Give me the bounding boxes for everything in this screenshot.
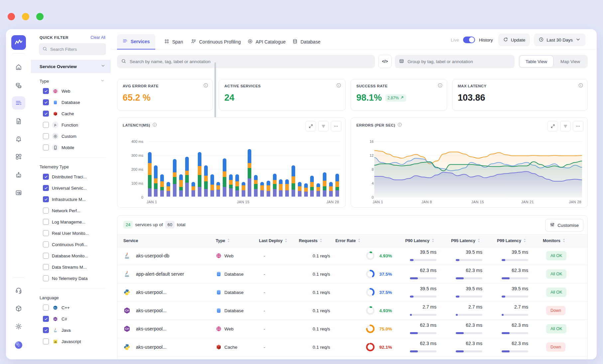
checkbox[interactable] — [43, 196, 49, 202]
packages-box-icon[interactable] — [12, 302, 25, 315]
service-name[interactable]: aks-userpool-db — [136, 253, 216, 258]
latency-bar[interactable] — [310, 176, 314, 197]
filter-option-log-manageme-[interactable]: Log Manageme... — [43, 218, 107, 226]
table-row[interactable]: aks-userpool...Database-0.1 req/s37.5%39… — [117, 283, 587, 302]
latency-bar[interactable] — [216, 182, 220, 197]
latency-bar[interactable] — [329, 182, 333, 197]
tab-api-catalogue[interactable]: API Catalogue — [242, 34, 291, 49]
latency-bar[interactable] — [160, 174, 164, 197]
chevron-up-icon[interactable] — [100, 78, 105, 84]
user-avatar[interactable] — [12, 338, 25, 352]
query-builder-button[interactable]: </> — [378, 55, 392, 68]
filter-option-custom[interactable]: Custom — [43, 132, 107, 140]
traffic-light-minimize[interactable] — [22, 13, 29, 20]
settings-gear-icon[interactable] — [12, 320, 25, 333]
latency-bar[interactable] — [254, 175, 258, 197]
checkbox[interactable] — [43, 305, 49, 311]
tab-database[interactable]: Database — [287, 34, 326, 49]
checkbox[interactable] — [43, 144, 49, 150]
customise-button[interactable]: Customise — [545, 219, 583, 231]
latency-bar[interactable] — [229, 174, 233, 197]
service-name[interactable]: aks-userpool... — [136, 308, 216, 313]
tab-services[interactable]: Services — [117, 34, 155, 49]
home-icon[interactable] — [12, 60, 25, 74]
filter-option-javascript[interactable]: JSJavascript — [43, 337, 107, 345]
more-options-icon[interactable] — [331, 121, 341, 132]
column-header-type[interactable]: Type — [216, 238, 259, 243]
filter-option-c-[interactable]: C+C++ — [43, 304, 107, 312]
checkbox[interactable] — [43, 230, 49, 236]
checkbox[interactable] — [43, 275, 49, 281]
service-name[interactable]: aks-userpool... — [136, 344, 216, 350]
latency-bar[interactable] — [248, 149, 251, 197]
column-header-monitors[interactable]: Monitors — [543, 238, 587, 243]
checkbox[interactable] — [43, 133, 49, 139]
filter-option-c-[interactable]: C#C# — [43, 315, 107, 323]
filter-option-universal-servic-[interactable]: Universal Servic... — [43, 184, 107, 192]
time-range-button[interactable]: Last 30 Days — [534, 34, 585, 46]
sort-icon[interactable] — [358, 238, 361, 243]
filter-option-network-perf-[interactable]: Network Perf... — [43, 207, 107, 215]
map-view-button[interactable]: Map View — [553, 55, 587, 67]
latency-bar[interactable] — [198, 152, 201, 197]
column-header-error-rate[interactable]: Error Rate — [335, 238, 405, 243]
checkbox[interactable] — [43, 88, 49, 94]
latency-bar[interactable] — [279, 179, 283, 197]
latency-bar[interactable] — [204, 165, 208, 197]
latency-bar[interactable] — [292, 165, 295, 197]
tab-continuous-profiling[interactable]: Continuous Profiling — [185, 34, 246, 49]
latency-bar[interactable] — [179, 174, 183, 197]
latency-bar[interactable] — [304, 183, 308, 197]
filter-option-continuous-profi-[interactable]: Continuous Profi... — [43, 240, 107, 248]
assistant-robot-icon[interactable] — [12, 168, 25, 182]
filter-option-cache[interactable]: Cache — [43, 110, 107, 118]
checkbox[interactable] — [43, 185, 49, 191]
checkbox[interactable] — [43, 111, 49, 117]
filter-option-database-monito-[interactable]: Database Monito... — [43, 252, 107, 260]
latency-bar[interactable] — [235, 174, 239, 197]
sort-icon[interactable] — [523, 238, 526, 243]
table-row[interactable]: aks-userpool-dbWeb-0.1 req/s4.93%39.5 ms… — [117, 247, 587, 265]
column-header-p95-latency[interactable]: P95 Latency — [451, 238, 497, 243]
traffic-light-zoom[interactable] — [36, 13, 44, 20]
filter-option-no-telemetry-data[interactable]: No Telemetry Data — [43, 274, 107, 282]
filter-option-distributed-traci-[interactable]: Distributed Traci... — [43, 173, 107, 181]
service-name[interactable]: aks-userpool... — [136, 326, 216, 331]
sort-icon[interactable] — [227, 238, 230, 243]
latency-bar[interactable] — [191, 182, 195, 197]
filter-option-web[interactable]: Web — [43, 87, 107, 95]
sort-icon[interactable] — [562, 238, 565, 243]
traffic-light-close[interactable] — [8, 13, 15, 20]
table-view-button[interactable]: Table View — [519, 55, 553, 67]
checkbox[interactable] — [43, 253, 49, 259]
filter-search-input[interactable]: Search Filters — [39, 43, 106, 55]
latency-bar[interactable] — [298, 182, 302, 197]
latency-bar[interactable] — [316, 183, 320, 197]
checkbox[interactable] — [43, 99, 49, 105]
column-header-requests[interactable]: Requests — [299, 238, 335, 243]
checkbox[interactable] — [43, 208, 49, 214]
update-button[interactable]: Update — [498, 34, 530, 46]
clear-all-link[interactable]: Clear All — [90, 35, 105, 40]
group-by-input[interactable]: Group by tag, label or annotation — [395, 55, 515, 68]
user-voice-icon[interactable] — [12, 186, 25, 199]
latency-bar[interactable] — [323, 172, 326, 197]
column-header-last-deploy[interactable]: Last Deploy — [259, 238, 299, 243]
table-row[interactable]: C#aks-userpool...Web-0.1 req/s75.0%62.3 … — [117, 320, 587, 338]
expand-icon[interactable] — [305, 121, 316, 132]
filter-option-database[interactable]: Database — [43, 98, 107, 106]
filter-option-infrastructure-m-[interactable]: Infrastructure M... — [43, 195, 107, 203]
support-headset-icon[interactable] — [12, 284, 25, 297]
filter-icon[interactable] — [318, 121, 329, 132]
latency-bar[interactable] — [285, 179, 289, 197]
section-service-overview[interactable]: Service Overview — [31, 60, 111, 73]
latency-bar[interactable] — [210, 174, 214, 197]
table-row[interactable]: app-alert-default serverDatabase-0.1 req… — [117, 265, 587, 283]
checkbox[interactable] — [43, 122, 49, 128]
latency-bar[interactable] — [148, 152, 152, 197]
logs-document-icon[interactable] — [12, 115, 25, 128]
service-name[interactable]: app-alert-default server — [136, 271, 216, 277]
app-logo-icon[interactable] — [11, 35, 26, 50]
integrations-grid-icon[interactable] — [12, 150, 25, 163]
alerts-bell-icon[interactable] — [12, 132, 25, 145]
